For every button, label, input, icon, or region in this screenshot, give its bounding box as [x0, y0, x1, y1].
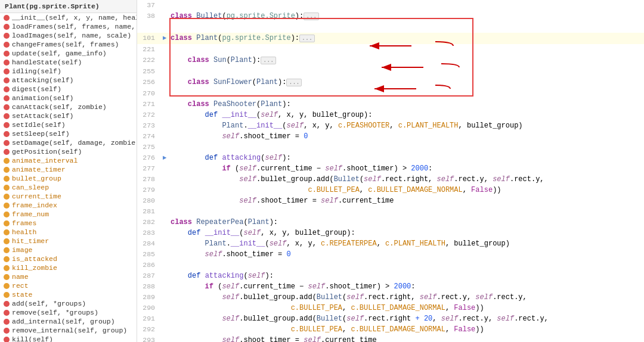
- sidebar-item[interactable]: digest(self): [0, 85, 137, 94]
- sidebar-item[interactable]: attacking(self): [0, 76, 137, 85]
- attr-icon: [4, 292, 10, 298]
- code-line-38: 38 class Bullet(pg.sprite.Sprite):...: [137, 11, 644, 22]
- attr-icon: [4, 212, 10, 217]
- sidebar-item-label: setDamage(self, damage, zombie): [12, 139, 137, 147]
- line-number: 271: [137, 99, 160, 110]
- sidebar-attr-item[interactable]: can_sleep: [0, 183, 137, 192]
- sidebar-attr-item[interactable]: current_time: [0, 192, 137, 201]
- line-number: 255: [137, 66, 160, 77]
- sidebar-attr-item[interactable]: name: [0, 272, 137, 281]
- sidebar-item-label: digest(self): [12, 85, 61, 93]
- sidebar-item-label: remove_internal(self, group): [12, 327, 127, 334]
- code-line-292: 292 c.BULLET_PEA, c.BULLET_DAMAGE_NORMAL…: [137, 324, 644, 335]
- sidebar-attr-item[interactable]: rect: [0, 281, 137, 290]
- sidebar-item[interactable]: canAttack(self, zombie): [0, 102, 137, 111]
- code-line-293: 293 self.shoot_timer = self.current_time: [137, 335, 644, 342]
- method-icon: [4, 60, 10, 66]
- line-number: 284: [137, 238, 160, 249]
- sidebar-item[interactable]: setDamage(self, damage, zombie): [0, 138, 137, 147]
- sidebar-attr-item[interactable]: frame_index: [0, 201, 137, 210]
- code-line-288: 288 if (self.current_time − self.shoot_t…: [137, 281, 644, 292]
- method-icon: [4, 77, 10, 83]
- sidebar-attr-label: frame_num: [12, 210, 49, 218]
- sidebar-item[interactable]: animation(self): [0, 94, 137, 102]
- attr-icon: [4, 256, 10, 262]
- sidebar-attr-item[interactable]: animate_interval: [0, 156, 137, 165]
- sidebar-attr-item[interactable]: state: [0, 290, 137, 299]
- sidebar-attr-item[interactable]: kill_zombie: [0, 263, 137, 272]
- attr-icon: [4, 238, 10, 244]
- line-number: 275: [137, 142, 160, 153]
- code-line-271: 271 class PeaShooter(Plant):: [137, 99, 644, 110]
- code-line-289: 289 self.bullet_group.add(Bullet(self.re…: [137, 292, 644, 303]
- line-number: 278: [137, 174, 160, 185]
- method-icon: [4, 328, 10, 334]
- method-icon: [4, 149, 10, 155]
- method-icon: [4, 140, 10, 146]
- line-arrow: ►: [160, 153, 169, 163]
- sidebar-item[interactable]: remove_internal(self, group): [0, 326, 137, 335]
- sidebar-item[interactable]: kill(self): [0, 335, 137, 342]
- sidebar-attr-item[interactable]: animate_timer: [0, 165, 137, 174]
- sidebar-item[interactable]: loadImages(self, name, scale): [0, 31, 137, 40]
- sidebar-item[interactable]: update(self, game_info): [0, 49, 137, 58]
- code-content: class Bullet(pg.sprite.Sprite):...: [169, 11, 644, 22]
- attr-icon: [4, 167, 10, 173]
- line-number: 288: [137, 281, 160, 292]
- sidebar-item[interactable]: changeFrames(self, frames): [0, 40, 137, 49]
- attr-icon: [4, 283, 10, 289]
- code-content: self.bullet_group.add(Bullet(self.rect.r…: [169, 292, 644, 303]
- sidebar-attr-label: current_time: [12, 192, 61, 200]
- sidebar-attr-item-health[interactable]: health: [0, 228, 137, 237]
- code-editor[interactable]: 37 38 class Bullet(pg.sprite.Sprite):...…: [137, 0, 644, 342]
- line-number: 289: [137, 292, 160, 303]
- attr-icon: [4, 274, 10, 280]
- sidebar-item[interactable]: add_internal(self, group): [0, 317, 137, 326]
- sidebar-attr-item[interactable]: image: [0, 245, 137, 254]
- attr-icon: [4, 185, 10, 191]
- code-line-101: 101 ► class Plant(pg.sprite.Sprite):...: [137, 33, 644, 44]
- line-number: 286: [137, 260, 160, 271]
- sidebar-item[interactable]: loadFrames(self, frames, name, scale, co…: [0, 22, 137, 31]
- sidebar-attr-item[interactable]: frame_num: [0, 210, 137, 219]
- sidebar-item[interactable]: idling(self): [0, 67, 137, 76]
- code-line-empty: [137, 22, 644, 33]
- code-line-281: 281: [137, 206, 644, 217]
- code-content: class PeaShooter(Plant):: [169, 99, 644, 110]
- line-number: 221: [137, 44, 160, 55]
- sidebar-item[interactable]: remove(self, *groups): [0, 308, 137, 317]
- sidebar-item[interactable]: setSleep(self): [0, 129, 137, 138]
- code-line-284: 284 Plant.__init__(self, x, y, c.REPEATE…: [137, 238, 644, 249]
- sidebar-item[interactable]: setIdle(self): [0, 120, 137, 129]
- code-line-277: 277 if (self.current_time − self.shoot_t…: [137, 163, 644, 174]
- method-icon: [4, 86, 10, 92]
- method-icon: [4, 42, 10, 48]
- method-icon: [4, 33, 10, 39]
- line-arrow: ►: [160, 33, 169, 43]
- sidebar-item[interactable]: handleState(self): [0, 58, 137, 67]
- sidebar-item-label: getPosition(self): [12, 148, 82, 156]
- code-line-272: 272 def __init__(self, x, y, bullet_grou…: [137, 110, 644, 120]
- sidebar-item[interactable]: add(self, *groups): [0, 299, 137, 308]
- sidebar-item[interactable]: __init__(self, x, y, name, health, bulle…: [0, 13, 137, 22]
- sidebar-item[interactable]: setAttack(self): [0, 111, 137, 120]
- code-line-273: 273 Plant.__init__(self, x, y, c.PEASHOO…: [137, 120, 644, 131]
- code-content: if (self.current_time − self.shoot_timer…: [169, 163, 644, 174]
- method-icon: [4, 95, 10, 101]
- line-number: 280: [137, 195, 160, 206]
- sidebar-item-label: setAttack(self): [12, 112, 74, 120]
- sidebar-attr-item[interactable]: is_attacked: [0, 254, 137, 263]
- line-number: 282: [137, 217, 160, 228]
- sidebar-item[interactable]: getPosition(self): [0, 147, 137, 156]
- code-line-222: 222 class Sun(Plant):...: [137, 55, 644, 66]
- method-icon: [4, 15, 10, 21]
- code-line-256: 256 class SunFlower(Plant):...: [137, 77, 644, 88]
- sidebar-attr-item[interactable]: hit_timer: [0, 237, 137, 245]
- line-number: 222: [137, 55, 160, 66]
- code-content: if (self.current_time − self.shoot_timer…: [169, 281, 644, 292]
- code-content: self.shoot_timer = 0: [169, 131, 644, 142]
- sidebar-attr-label: can_sleep: [12, 184, 49, 191]
- sidebar-attr-item[interactable]: frames: [0, 219, 137, 228]
- code-content: class Sun(Plant):...: [169, 55, 644, 66]
- sidebar-attr-item[interactable]: bullet_group: [0, 174, 137, 183]
